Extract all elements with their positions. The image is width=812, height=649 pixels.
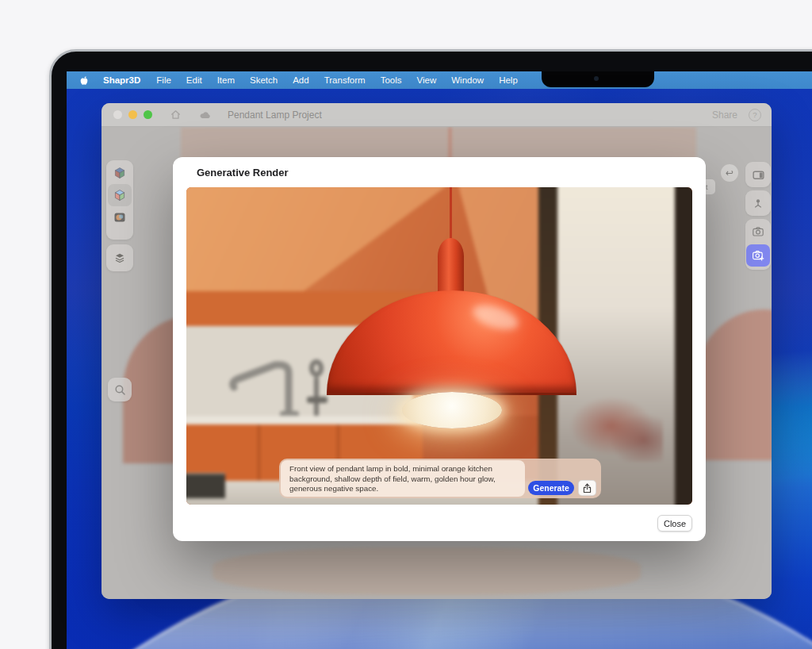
menu-item[interactable]: Item xyxy=(217,75,235,85)
magnifier-icon xyxy=(113,383,127,397)
dimmed-lamp-dome-right xyxy=(695,309,772,460)
menu-help[interactable]: Help xyxy=(499,75,518,85)
traffic-light-close[interactable] xyxy=(113,110,122,119)
camera-view-icon[interactable] xyxy=(746,221,770,243)
countertop xyxy=(186,416,423,424)
left-toolbar-main xyxy=(106,160,133,240)
share-button[interactable]: Share xyxy=(712,109,737,121)
undo-button[interactable]: ↩ xyxy=(721,164,738,182)
window-frame-right xyxy=(675,187,692,505)
menu-add[interactable]: Add xyxy=(293,75,308,85)
prompt-line-1: Front view of pendant lamp in bold, mini… xyxy=(289,464,525,474)
solid-body-tool-icon[interactable] xyxy=(108,162,132,184)
help-button[interactable]: ? xyxy=(749,109,761,121)
dialog-title: Generative Render xyxy=(197,167,289,179)
left-toolbar-layers xyxy=(106,244,133,271)
home-icon[interactable] xyxy=(170,109,182,121)
right-toolbar-cameras xyxy=(745,219,771,270)
window-title: Pendant Lamp Project xyxy=(228,109,322,121)
menu-tools[interactable]: Tools xyxy=(381,75,402,85)
cooktop xyxy=(186,473,225,498)
camera-notch xyxy=(542,71,654,87)
page: Shapr3D File Edit Item Sketch Add Transf… xyxy=(0,0,812,649)
right-toolbar-gimbal xyxy=(745,190,771,216)
generated-render-image: Front view of pendant lamp in bold, mini… xyxy=(186,187,692,505)
dimmed-lamp-cord xyxy=(449,127,451,160)
generative-render-dialog: Generative Render xyxy=(173,157,706,541)
prompt-line-2: background, shallow depth of field, warm… xyxy=(289,474,525,485)
dimmed-counter xyxy=(213,547,641,595)
layers-isolate-icon[interactable] xyxy=(108,247,132,269)
zoom-search-button[interactable] xyxy=(108,378,132,401)
apple-menu-icon[interactable] xyxy=(79,75,90,86)
prompt-line-3: generous negative space. xyxy=(289,484,525,494)
close-button[interactable]: Close xyxy=(657,515,692,532)
window-titlebar: Pendant Lamp Project Share ? xyxy=(102,103,772,127)
generative-render-button[interactable] xyxy=(746,244,770,267)
pendant-lamp-cap xyxy=(438,238,464,295)
lamp-highlight xyxy=(469,300,521,334)
prompt-bar: Front view of pendant lamp in bold, mini… xyxy=(279,459,601,498)
menu-sketch[interactable]: Sketch xyxy=(250,75,278,85)
traffic-light-minimize[interactable] xyxy=(128,110,137,119)
export-icon xyxy=(582,483,592,493)
menu-edit[interactable]: Edit xyxy=(186,75,202,85)
material-tool-icon-selected[interactable] xyxy=(108,184,132,206)
blurred-cityscape xyxy=(569,390,663,462)
window-glass xyxy=(557,187,675,505)
undo-icon: ↩ xyxy=(726,167,733,179)
generate-button[interactable]: Generate xyxy=(528,481,574,495)
cloud-sync-icon[interactable] xyxy=(199,109,212,121)
webcam-dot xyxy=(594,76,599,81)
render-style-tool-icon[interactable] xyxy=(108,206,132,228)
export-button[interactable] xyxy=(578,480,596,496)
menubar: Shapr3D File Edit Item Sketch Add Transf… xyxy=(67,71,812,89)
menu-file[interactable]: File xyxy=(156,75,171,85)
pendant-lamp-cord xyxy=(450,187,452,241)
camera-sparkle-icon xyxy=(752,249,764,262)
menubar-app-name[interactable]: Shapr3D xyxy=(103,75,140,85)
menu-view[interactable]: View xyxy=(417,75,437,85)
right-toolbar-panel xyxy=(745,162,771,187)
orientation-gimbal-icon[interactable] xyxy=(746,192,770,214)
menu-window[interactable]: Window xyxy=(451,75,484,85)
panel-toggle-icon[interactable] xyxy=(746,163,770,186)
menu-transform[interactable]: Transform xyxy=(324,75,366,85)
prompt-text-field[interactable]: Front view of pendant lamp in bold, mini… xyxy=(281,460,525,497)
traffic-light-zoom[interactable] xyxy=(144,110,152,119)
pendant-lamp-bulb xyxy=(402,392,502,428)
